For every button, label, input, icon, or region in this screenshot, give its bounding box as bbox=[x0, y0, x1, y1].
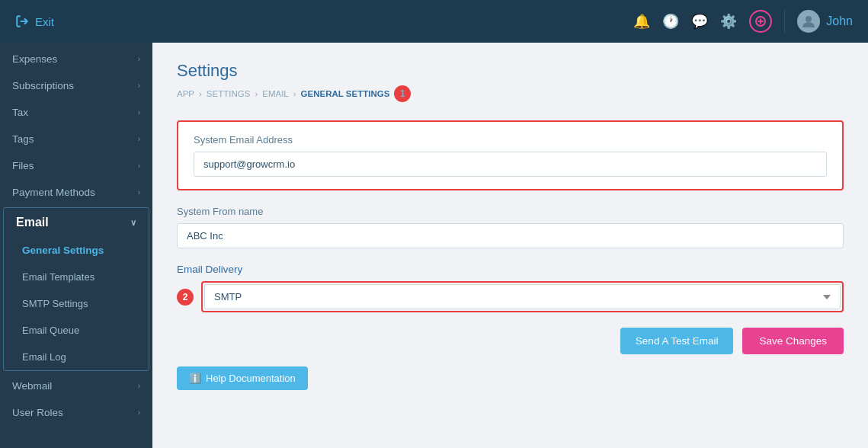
topbar: Exit 🔔 🕐 💬 ⚙️ John bbox=[0, 0, 868, 43]
breadcrumb-email: EMAIL bbox=[262, 89, 289, 98]
chevron-right-icon: › bbox=[138, 135, 140, 143]
help-label: Help Documentation bbox=[206, 373, 296, 384]
sidebar-item-expenses[interactable]: Expenses › bbox=[0, 46, 152, 72]
sidebar-item-tags[interactable]: Tags › bbox=[0, 126, 152, 152]
user-name: John bbox=[826, 14, 853, 28]
chevron-right-icon: › bbox=[138, 408, 140, 417]
breadcrumb-sep: › bbox=[199, 89, 202, 98]
chevron-right-icon: › bbox=[138, 382, 140, 390]
sidebar-item-email-queue[interactable]: Email Queue bbox=[4, 317, 149, 344]
sidebar-item-tax[interactable]: Tax › bbox=[0, 99, 152, 126]
email-delivery-select[interactable]: SMTP PHP Mail SendGrid Mailgun bbox=[204, 284, 841, 309]
content-area: Settings APP › SETTINGS › EMAIL › GENERA… bbox=[152, 43, 868, 448]
sidebar-item-label: Expenses bbox=[12, 53, 57, 65]
chevron-right-icon: › bbox=[138, 162, 140, 170]
save-changes-button[interactable]: Save Changes bbox=[742, 328, 844, 354]
sidebar-item-files[interactable]: Files › bbox=[0, 152, 152, 179]
sidebar-item-general-settings[interactable]: General Settings bbox=[4, 237, 149, 264]
info-icon: ℹ️ bbox=[189, 373, 201, 384]
breadcrumb-sep2: › bbox=[255, 89, 258, 98]
sidebar-item-label: Email Log bbox=[22, 351, 66, 363]
sidebar-item-label: SMTP Settings bbox=[22, 298, 88, 309]
sidebar-item-label: Files bbox=[12, 160, 34, 171]
breadcrumb-sep3: › bbox=[293, 89, 296, 98]
sidebar-item-subscriptions[interactable]: Subscriptions › bbox=[0, 72, 152, 99]
breadcrumb: APP › SETTINGS › EMAIL › GENERAL SETTING… bbox=[177, 85, 844, 102]
from-name-label: System From name bbox=[177, 206, 844, 217]
breadcrumb-current: GENERAL SETTINGS bbox=[301, 89, 390, 98]
chevron-right-icon: › bbox=[138, 108, 140, 117]
sidebar-item-label: Tax bbox=[12, 107, 28, 118]
sidebar-item-email-log[interactable]: Email Log bbox=[4, 344, 149, 370]
user-menu[interactable]: John bbox=[784, 10, 853, 33]
email-address-input[interactable] bbox=[194, 152, 827, 177]
bell-icon[interactable]: 🔔 bbox=[633, 13, 650, 30]
email-delivery-label: Email Delivery bbox=[177, 264, 844, 275]
avatar bbox=[797, 10, 820, 33]
add-button[interactable] bbox=[749, 10, 772, 33]
exit-label: Exit bbox=[35, 15, 54, 28]
sidebar-section-email: Email ∨ General Settings Email Templates… bbox=[3, 207, 149, 371]
email-delivery-section: Email Delivery 2 SMTP PHP Mail SendGrid … bbox=[177, 264, 844, 312]
main-layout: Expenses › Subscriptions › Tax › Tags › … bbox=[0, 43, 868, 448]
chevron-right-icon: › bbox=[138, 82, 140, 90]
sidebar-item-user-roles[interactable]: User Roles › bbox=[0, 399, 152, 426]
sidebar-item-label: Tags bbox=[12, 133, 34, 145]
sidebar-item-label: Email Templates bbox=[22, 271, 94, 283]
chevron-right-icon: › bbox=[138, 55, 140, 63]
sidebar-item-label: General Settings bbox=[22, 245, 104, 256]
sidebar-item-payment-methods[interactable]: Payment Methods › bbox=[0, 179, 152, 206]
help-section: ℹ️ Help Documentation bbox=[177, 366, 844, 390]
sidebar-item-label: Subscriptions bbox=[12, 80, 74, 91]
exit-button[interactable]: Exit bbox=[15, 14, 54, 28]
sidebar-item-label: User Roles bbox=[12, 407, 63, 418]
breadcrumb-settings: SETTINGS bbox=[207, 89, 251, 98]
sidebar-item-email[interactable]: Email ∨ bbox=[4, 208, 149, 237]
settings-icon[interactable]: ⚙️ bbox=[720, 13, 737, 30]
sidebar-item-smtp-settings[interactable]: SMTP Settings bbox=[4, 290, 149, 317]
chevron-down-icon: ∨ bbox=[130, 218, 136, 228]
annotation-badge-2: 2 bbox=[177, 289, 194, 306]
page-title: Settings bbox=[177, 61, 844, 81]
email-address-section: System Email Address bbox=[177, 120, 844, 190]
sidebar-item-label: Payment Methods bbox=[12, 187, 95, 198]
sidebar-item-email-templates[interactable]: Email Templates bbox=[4, 264, 149, 290]
clock-icon[interactable]: 🕐 bbox=[662, 13, 679, 30]
svg-point-4 bbox=[806, 16, 812, 22]
send-test-email-button[interactable]: Send A Test Email bbox=[620, 328, 734, 354]
chevron-right-icon: › bbox=[138, 188, 140, 197]
topbar-icons: 🔔 🕐 💬 ⚙️ John bbox=[633, 10, 853, 33]
email-address-label: System Email Address bbox=[194, 134, 827, 146]
from-name-section: System From name bbox=[177, 206, 844, 248]
sidebar-item-label: Email Queue bbox=[22, 325, 79, 336]
sidebar-item-label: Webmail bbox=[12, 380, 52, 392]
sidebar-email-label: Email bbox=[16, 216, 49, 229]
annotation-badge-1: 1 bbox=[394, 85, 411, 102]
action-buttons: Send A Test Email Save Changes bbox=[177, 328, 844, 354]
help-documentation-button[interactable]: ℹ️ Help Documentation bbox=[177, 366, 308, 390]
from-name-input[interactable] bbox=[177, 223, 844, 248]
sidebar-item-webmail[interactable]: Webmail › bbox=[0, 373, 152, 399]
sidebar: Expenses › Subscriptions › Tax › Tags › … bbox=[0, 43, 152, 448]
chat-icon[interactable]: 💬 bbox=[691, 13, 708, 30]
breadcrumb-app: APP bbox=[177, 89, 194, 98]
